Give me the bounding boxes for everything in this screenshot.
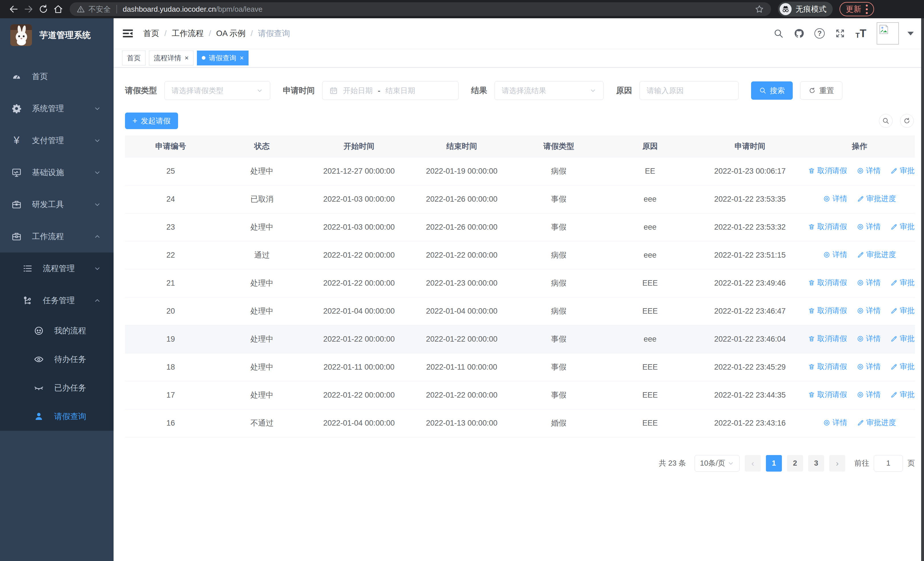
detail-link[interactable]: 详情 — [856, 305, 881, 316]
approval-progress-link[interactable]: 审批进度 — [890, 278, 915, 288]
search-button[interactable]: 搜索 — [751, 81, 793, 100]
approval-progress-link[interactable]: 审批进度 — [890, 390, 915, 400]
apply-time-range-picker[interactable]: 开始日期 - 结束日期 — [322, 81, 459, 100]
approval-progress-link[interactable]: 审批进度 — [857, 194, 896, 204]
approval-progress-link[interactable]: 审批进度 — [890, 165, 915, 176]
detail-link[interactable]: 详情 — [823, 194, 847, 204]
next-page-button[interactable]: › — [829, 455, 845, 472]
tab-leave-query[interactable]: 请假查询 × — [197, 51, 249, 65]
app-logo-row[interactable]: 芋道管理系统 — [0, 18, 114, 52]
detail-link[interactable]: 详情 — [856, 334, 881, 344]
approval-progress-link[interactable]: 审批进度 — [857, 250, 896, 260]
detail-link[interactable]: 详情 — [856, 390, 881, 400]
browser-update-button[interactable]: 更新 — [840, 2, 874, 16]
url-bar[interactable]: 不安全 dashboard.yudao.iocoder.cn /bpm/oa/l… — [70, 2, 771, 16]
security-chip[interactable]: 不安全 — [76, 4, 111, 14]
avatar-dropdown-caret-icon[interactable] — [908, 32, 914, 35]
sidebar-item-home[interactable]: 首页 — [0, 60, 114, 93]
tab-process-detail[interactable]: 流程详情 × — [149, 51, 194, 65]
col-status: 状态 — [216, 135, 308, 157]
sidebar-item-devtools[interactable]: 研发工具 — [0, 188, 114, 221]
cancel-leave-link[interactable]: 取消请假 — [808, 165, 847, 176]
breadcrumb: 首页 / 工作流程 / OA 示例 / 请假查询 — [143, 28, 290, 39]
sidebar-item-my-process[interactable]: 我的流程 — [0, 316, 114, 345]
table-row: 18 处理中 2022-01-11 00:00:00 2022-01-11 00… — [125, 353, 915, 381]
help-icon[interactable]: ? — [814, 28, 825, 39]
sidebar-item-leave-query[interactable]: 请假查询 — [0, 402, 114, 431]
show-search-toggle-button[interactable] — [879, 114, 892, 128]
prev-page-button[interactable]: ‹ — [745, 455, 761, 472]
dashboard-icon — [11, 71, 22, 82]
cancel-leave-link[interactable]: 取消请假 — [808, 222, 847, 232]
sidebar-item-task-mgmt[interactable]: 任务管理 — [0, 284, 114, 316]
cell-status: 已取消 — [216, 185, 308, 213]
detail-link[interactable]: 详情 — [856, 362, 881, 371]
search-form: 请假类型 请选择请假类型 申请时间 开始日期 - 结束日期 — [125, 81, 915, 100]
sidebar-item-infra[interactable]: 基础设施 — [0, 156, 114, 188]
cancel-leave-link[interactable]: 取消请假 — [808, 390, 847, 400]
sidebar-item-done-tasks[interactable]: 已办任务 — [0, 374, 114, 402]
refresh-table-button[interactable] — [900, 114, 914, 128]
pen-icon — [857, 419, 864, 426]
cancel-leave-link[interactable]: 取消请假 — [808, 334, 847, 344]
create-leave-button[interactable]: + 发起请假 — [125, 113, 178, 129]
detail-link[interactable]: 详情 — [856, 222, 881, 232]
browser-reload-button[interactable] — [36, 2, 51, 17]
detail-link[interactable]: 详情 — [856, 278, 881, 288]
detail-link[interactable]: 详情 — [856, 165, 881, 176]
sidebar-item-payment[interactable]: ¥ 支付管理 — [0, 125, 114, 156]
cell-status: 处理中 — [216, 269, 308, 297]
reset-button[interactable]: 重置 — [800, 81, 842, 100]
app-logo-avatar — [10, 24, 32, 46]
bookmark-star-icon[interactable] — [754, 4, 764, 14]
search-icon[interactable] — [773, 28, 784, 39]
github-icon[interactable] — [794, 28, 804, 39]
user-avatar[interactable] — [877, 22, 899, 45]
cancel-leave-link[interactable]: 取消请假 — [808, 362, 847, 371]
table-row: 22 通过 2022-01-22 00:00:00 2022-01-22 00:… — [125, 241, 915, 269]
window-scrollbar-track[interactable] — [921, 18, 924, 561]
breadcrumb-workflow[interactable]: 工作流程 — [172, 28, 204, 39]
breadcrumb-home[interactable]: 首页 — [143, 28, 159, 39]
cancel-leave-link[interactable]: 取消请假 — [808, 278, 847, 288]
cell-apply-time: 2022-01-22 23:46:47 — [696, 297, 804, 325]
approval-progress-link[interactable]: 审批进度 — [890, 362, 915, 371]
sidebar-item-workflow[interactable]: 工作流程 — [0, 221, 114, 253]
detail-icon — [823, 251, 830, 259]
close-tab-icon[interactable]: × — [184, 54, 189, 62]
sidebar-item-todo-tasks[interactable]: 待办任务 — [0, 345, 114, 374]
cancel-leave-link[interactable]: 取消请假 — [808, 305, 847, 316]
goto-page-input[interactable]: 1 — [874, 455, 903, 472]
browser-menu-icon[interactable] — [866, 5, 868, 14]
page-size-select[interactable]: 10条/页 — [694, 455, 740, 472]
approval-progress-link[interactable]: 审批进度 — [890, 334, 915, 344]
reason-input[interactable]: 请输入原因 — [639, 81, 738, 100]
close-tab-icon[interactable]: × — [240, 54, 244, 62]
page-1-button[interactable]: 1 — [766, 455, 782, 472]
sidebar-item-system[interactable]: 系统管理 — [0, 93, 114, 125]
result-select[interactable]: 请选择流结果 — [495, 81, 603, 100]
collapse-sidebar-icon[interactable] — [122, 28, 134, 39]
leave-type-select[interactable]: 请选择请假类型 — [164, 81, 270, 100]
table-row: 20 处理中 2022-01-04 00:00:00 2022-01-04 00… — [125, 297, 915, 325]
browser-back-button[interactable] — [6, 2, 21, 17]
approval-progress-link[interactable]: 审批进度 — [857, 418, 896, 428]
tab-home[interactable]: 首页 — [122, 51, 146, 65]
sidebar-item-process-mgmt[interactable]: 流程管理 — [0, 253, 114, 284]
page-2-button[interactable]: 2 — [787, 455, 803, 472]
browser-forward-button[interactable] — [21, 2, 36, 17]
cell-actions: 取消请假 详情 审批进度 — [804, 353, 915, 381]
cell-apply-id: 16 — [125, 409, 216, 437]
fullscreen-icon[interactable] — [835, 28, 845, 39]
detail-link[interactable]: 详情 — [823, 250, 847, 260]
breadcrumb-oa[interactable]: OA 示例 — [216, 28, 246, 39]
navbar: 首页 / 工作流程 / OA 示例 / 请假查询 ? TT — [114, 18, 924, 48]
approval-progress-link[interactable]: 审批进度 — [890, 305, 915, 316]
cell-reason: EEE — [604, 269, 696, 297]
page-3-button[interactable]: 3 — [808, 455, 824, 472]
detail-link[interactable]: 详情 — [823, 418, 847, 428]
browser-home-button[interactable] — [51, 2, 66, 17]
cell-end-time: 2022-01-19 00:00:00 — [410, 157, 513, 185]
approval-progress-link[interactable]: 审批进度 — [890, 222, 915, 232]
font-size-icon[interactable]: TT — [855, 28, 866, 39]
